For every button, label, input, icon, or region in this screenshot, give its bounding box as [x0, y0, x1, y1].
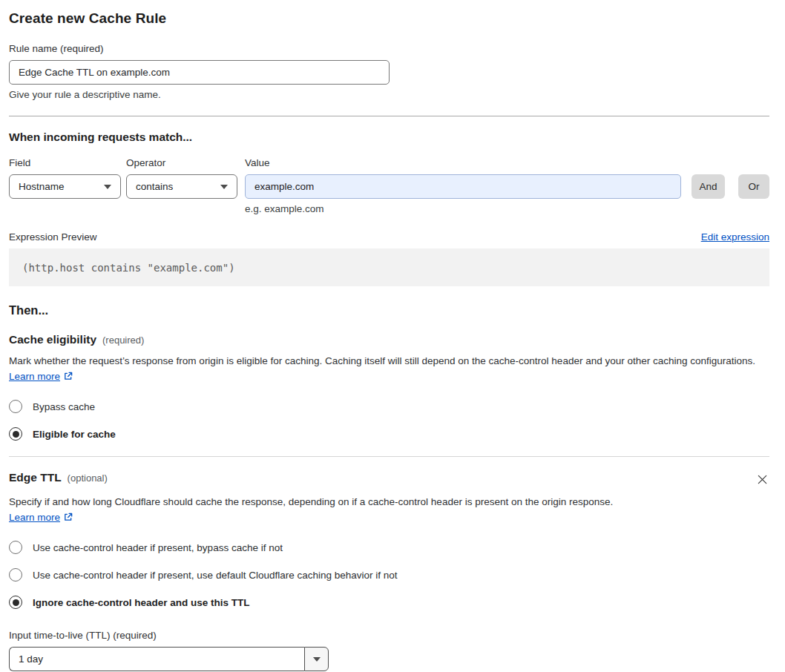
and-button[interactable]: And [692, 174, 725, 199]
external-link-icon [63, 370, 73, 386]
then-heading: Then... [9, 303, 769, 317]
cache-eligibility-qualifier: (required) [102, 335, 144, 346]
radio-icon[interactable] [9, 541, 22, 554]
radio-option-bypass-cache[interactable]: Bypass cache [9, 400, 769, 413]
operator-column-label: Operator [126, 157, 237, 168]
field-select[interactable]: Hostname [9, 174, 121, 199]
page-title: Create new Cache Rule [9, 10, 769, 27]
cache-eligibility-description: Mark whether the request’s response from… [9, 353, 769, 386]
chevron-down-icon [313, 657, 321, 662]
chevron-down-icon [220, 185, 228, 189]
ttl-label: Input time-to-live (TTL) (required) [9, 630, 769, 641]
close-icon[interactable] [755, 472, 769, 489]
match-heading: When incoming requests match... [9, 131, 769, 144]
ttl-select-value: 1 day [9, 647, 304, 671]
radio-option-eligible-for-cache[interactable]: Eligible for cache [9, 427, 769, 441]
rule-name-label: Rule name (required) [9, 43, 104, 54]
cache-eligibility-heading: Cache eligibility [9, 333, 96, 346]
radio-option-use-header-default[interactable]: Use cache-control header if present, use… [9, 568, 769, 582]
radio-icon[interactable] [9, 568, 22, 582]
operator-select-value: contains [136, 181, 173, 192]
create-cache-rule-form: Create new Cache Rule Rule name (require… [0, 0, 785, 672]
field-column-label: Field [9, 157, 121, 168]
edge-ttl-heading: Edge TTL [9, 471, 62, 484]
edge-ttl-description: Specify if and how long Cloudflare shoul… [9, 494, 636, 527]
value-hint: e.g. example.com [245, 203, 324, 214]
radio-option-use-header-bypass[interactable]: Use cache-control header if present, byp… [9, 541, 769, 554]
external-link-icon [63, 511, 73, 527]
edit-expression-link[interactable]: Edit expression [701, 231, 769, 243]
edge-ttl-qualifier: (optional) [68, 472, 108, 484]
radio-option-ignore-header-use-ttl[interactable]: Ignore cache-control header and use this… [9, 596, 769, 609]
radio-icon[interactable] [9, 400, 22, 413]
expression-preview-label: Expression Preview [9, 231, 97, 243]
section-divider [9, 456, 769, 457]
ttl-select-arrow-button[interactable] [304, 647, 329, 671]
section-divider [9, 116, 769, 116]
value-column-label: Value [245, 157, 769, 168]
ttl-select[interactable]: 1 day [9, 647, 329, 671]
learn-more-link[interactable]: Learn more [9, 512, 60, 523]
chevron-down-icon [104, 185, 111, 189]
learn-more-link[interactable]: Learn more [9, 371, 60, 382]
radio-checked-icon[interactable] [9, 427, 22, 441]
rule-name-help: Give your rule a descriptive name. [9, 89, 769, 100]
operator-select[interactable]: contains [126, 174, 237, 199]
rule-name-input[interactable] [9, 60, 390, 85]
value-input[interactable] [245, 174, 681, 199]
radio-checked-icon[interactable] [9, 596, 22, 609]
expression-preview-code: (http.host contains "example.com") [9, 248, 769, 286]
field-select-value: Hostname [19, 181, 65, 192]
or-button[interactable]: Or [738, 174, 769, 199]
